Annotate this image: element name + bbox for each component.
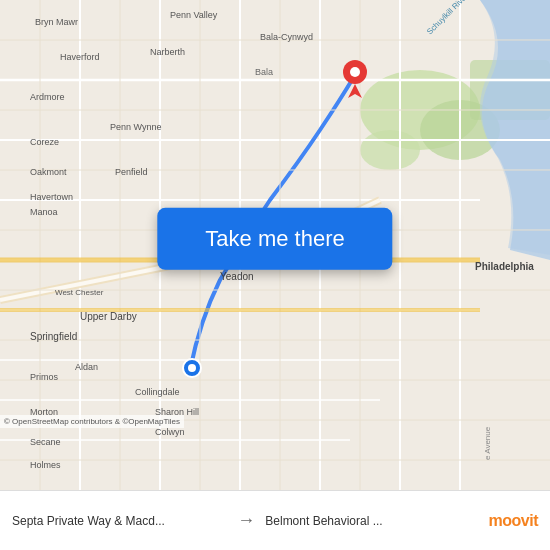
app: Bryn Mawr Penn Valley Haverford Ardmore … [0,0,550,550]
svg-text:Haverford: Haverford [60,52,100,62]
svg-point-3 [360,130,420,170]
svg-text:Upper Darby: Upper Darby [80,311,137,322]
svg-text:Ardmore: Ardmore [30,92,65,102]
footer-arrow-icon: → [237,510,255,531]
footer-origin-container: Septa Private Way & Macd... [12,514,227,528]
svg-point-64 [188,364,196,372]
footer-dest-container: Belmont Behavioral ... [265,514,480,528]
svg-point-62 [350,67,360,77]
map-container: Bryn Mawr Penn Valley Haverford Ardmore … [0,0,550,490]
footer-origin-label: Septa Private Way & Macd... [12,514,227,528]
button-overlay: Take me there [157,208,392,270]
moovit-logo: moovit [489,512,538,530]
svg-text:Penn Valley: Penn Valley [170,10,218,20]
footer-bar: Septa Private Way & Macd... → Belmont Be… [0,490,550,550]
svg-text:Springfield: Springfield [30,331,77,342]
svg-text:Primos: Primos [30,372,59,382]
svg-text:Havertown: Havertown [30,192,73,202]
svg-text:Secane: Secane [30,437,61,447]
footer-destination-label: Belmont Behavioral ... [265,514,480,528]
svg-text:Oakmont: Oakmont [30,167,67,177]
moovit-brand-text: moovit [489,512,538,530]
svg-text:Narberth: Narberth [150,47,185,57]
take-me-there-button[interactable]: Take me there [157,208,392,270]
svg-text:Penfield: Penfield [115,167,148,177]
svg-text:Collingdale: Collingdale [135,387,180,397]
svg-text:Penn Wynne: Penn Wynne [110,122,161,132]
svg-text:e Avenue: e Avenue [483,426,492,460]
svg-text:Colwyn: Colwyn [155,427,185,437]
svg-text:Bala-Cynwyd: Bala-Cynwyd [260,32,313,42]
svg-text:Bala: Bala [255,67,273,77]
svg-text:Manoa: Manoa [30,207,58,217]
svg-text:Aldan: Aldan [75,362,98,372]
svg-text:Bryn Mawr: Bryn Mawr [35,17,78,27]
svg-text:Holmes: Holmes [30,460,61,470]
svg-text:Coreze: Coreze [30,137,59,147]
svg-text:West Chester: West Chester [55,288,104,297]
map-attribution: © OpenStreetMap contributors & ©OpenMapT… [0,415,184,428]
svg-text:Yeadon: Yeadon [220,271,254,282]
svg-text:Philadelphia: Philadelphia [475,261,534,272]
